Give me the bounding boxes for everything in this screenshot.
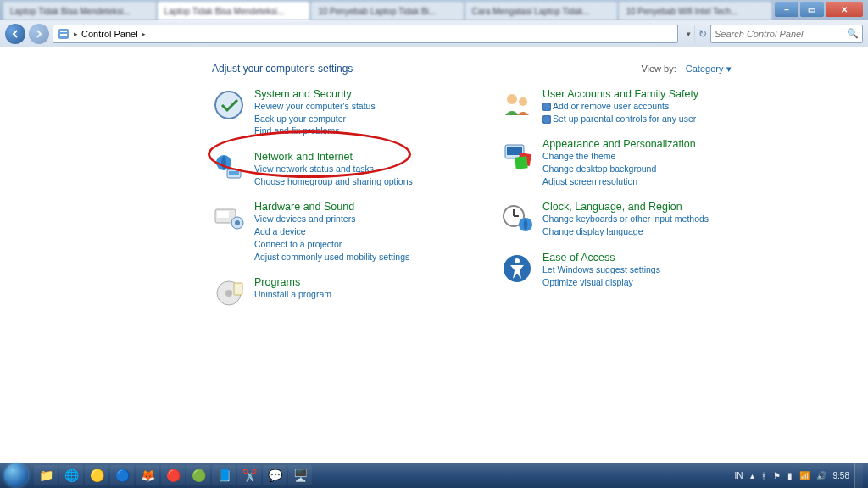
view-by[interactable]: View by: Category ▾ [641,64,731,75]
category-title[interactable]: Appearance and Personalization [542,138,696,150]
category-link[interactable]: Back up your computer [254,113,376,125]
category-link[interactable]: Adjust screen resolution [542,175,696,188]
taskbar: 📁 🌐 🟡 🔵 🦊 🔴 🟢 📘 ✂️ 💬 🖥️ IN ▴ ᚼ ⚑ ▮ 📶 🔊 9… [0,463,868,488]
back-button[interactable] [5,24,25,44]
tray-clock[interactable]: 9:58 [833,471,849,480]
category-link[interactable]: Add a device [254,225,409,238]
programs-icon [212,276,246,310]
control-panel-icon [57,27,70,41]
maximize-button[interactable]: ▭ [800,2,824,17]
forward-button[interactable] [29,24,49,44]
refresh-button[interactable]: ↻ [698,28,707,40]
category-title[interactable]: System and Security [254,88,352,100]
address-bar: ▸ Control Panel ▸ ▾ ↻ 🔍 [0,20,868,47]
user-accounts-icon [500,88,534,122]
close-button[interactable]: ✕ [826,2,863,17]
category-network-internet: Network and Internet View network status… [212,151,449,187]
tray-chevron-icon[interactable]: ▴ [750,471,754,480]
shield-icon [542,103,551,111]
tray-action-center-icon[interactable]: ⚑ [773,471,781,480]
browser-tab[interactable]: 10 Penyebab Laptop Tidak Bi... [311,2,464,20]
taskbar-app-explorer[interactable]: 📁 [34,465,58,485]
svg-rect-13 [234,283,242,295]
taskbar-app-terminal[interactable]: 🖥️ [288,465,312,485]
tray-lang[interactable]: IN [735,471,743,480]
arrow-right-icon [34,29,44,39]
view-by-value[interactable]: Category ▾ [686,64,732,74]
shield-icon [542,115,551,124]
chevron-right-icon: ▸ [74,30,78,38]
tray-volume-icon[interactable]: 🔊 [816,471,826,480]
svg-rect-8 [217,211,229,218]
start-button[interactable] [0,463,32,488]
browser-tabs: Laptop Tidak Bisa Mendeteksi... Laptop T… [0,0,868,20]
category-hardware-sound: Hardware and Sound View devices and prin… [212,201,449,263]
svg-point-12 [225,290,232,297]
taskbar-app-chrome[interactable]: 🟡 [85,465,108,485]
browser-tab[interactable]: 10 Penyebab Wifi Intel Tech... [619,2,771,20]
category-link[interactable]: View devices and printers [254,213,409,225]
breadcrumb-item[interactable]: Control Panel [81,29,138,39]
category-link[interactable]: Review your computer's status [254,100,376,113]
category-link[interactable]: Connect to a projector [254,238,409,251]
svg-point-15 [519,97,527,106]
address-dropdown[interactable]: ▾ [682,25,695,43]
browser-tab[interactable]: Laptop Tidak Bisa Mendeteksi... [158,2,310,20]
category-appearance: Appearance and Personalization Change th… [500,138,737,187]
show-desktop-button[interactable] [854,463,863,488]
taskbar-app-opera[interactable]: 🔴 [161,465,185,485]
category-title[interactable]: Ease of Access [542,252,615,263]
windows-orb-icon [4,463,28,487]
category-link[interactable]: Change the theme [542,150,696,163]
category-link[interactable]: Adjust commonly used mobility settings [254,251,409,263]
taskbar-app-whatsapp[interactable]: 💬 [263,465,287,485]
tray-battery-icon[interactable]: ▮ [787,471,793,480]
page-title: Adjust your computer's settings [212,63,353,75]
ease-of-access-icon [500,252,534,286]
category-link[interactable]: Let Windows suggest settings [542,263,660,276]
category-link[interactable]: Change desktop background [542,163,696,175]
taskbar-app-firefox[interactable]: 🦊 [136,465,159,485]
window-buttons: – ▭ ✕ [773,2,865,20]
category-title[interactable]: Hardware and Sound [254,201,354,213]
category-link[interactable]: Change keyboards or other input methods [542,213,709,225]
svg-point-25 [515,258,520,263]
browser-tab[interactable]: Laptop Tidak Bisa Mendeteksi... [3,2,156,20]
taskbar-app-word[interactable]: 📘 [212,465,236,485]
minimize-button[interactable]: – [775,2,798,17]
taskbar-app-spotify[interactable]: 🟢 [186,465,210,485]
category-title[interactable]: Network and Internet [254,151,353,163]
arrow-left-icon [10,29,20,39]
category-link[interactable]: Change display language [542,225,709,238]
tray-bluetooth-icon[interactable]: ᚼ [761,471,766,480]
browser-tab[interactable]: Cara Mengatasi Laptop Tidak... [465,2,618,20]
search-input[interactable] [715,29,843,39]
search-box[interactable]: 🔍 [710,25,863,43]
category-link[interactable]: Optimize visual display [542,276,660,289]
category-title[interactable]: User Accounts and Family Safety [542,88,698,100]
taskbar-app-edge[interactable]: 🔵 [110,465,134,485]
category-title[interactable]: Clock, Language, and Region [542,201,682,213]
category-ease-of-access: Ease of Access Let Windows suggest setti… [500,252,737,288]
taskbar-app-browser[interactable]: 🌐 [59,465,83,485]
category-link[interactable]: Set up parental controls for any user [542,113,698,125]
clock-language-icon [500,201,534,235]
category-column-right: User Accounts and Family Safety Add or r… [500,88,737,324]
breadcrumb[interactable]: ▸ Control Panel ▸ [53,25,678,43]
taskbar-app-snip[interactable]: ✂️ [237,465,261,485]
category-link[interactable]: Add or remove user accounts [542,100,698,113]
page-header: Adjust your computer's settings View by:… [212,63,868,75]
svg-point-14 [507,94,517,104]
category-link[interactable]: View network status and tasks [254,163,413,175]
search-icon[interactable]: 🔍 [847,28,859,39]
system-tray[interactable]: IN ▴ ᚼ ⚑ ▮ 📶 🔊 9:58 [735,471,853,480]
category-clock-language: Clock, Language, and Region Change keybo… [500,201,737,237]
category-title[interactable]: Programs [254,276,300,288]
tray-network-icon[interactable]: 📶 [799,471,810,480]
svg-rect-2 [60,34,67,36]
category-link[interactable]: Uninstall a program [254,288,331,301]
svg-rect-1 [60,30,67,32]
category-link[interactable]: Find and fix problems [254,125,376,137]
content: Adjust your computer's settings View by:… [0,47,868,463]
category-link[interactable]: Choose homegroup and sharing options [254,175,413,188]
